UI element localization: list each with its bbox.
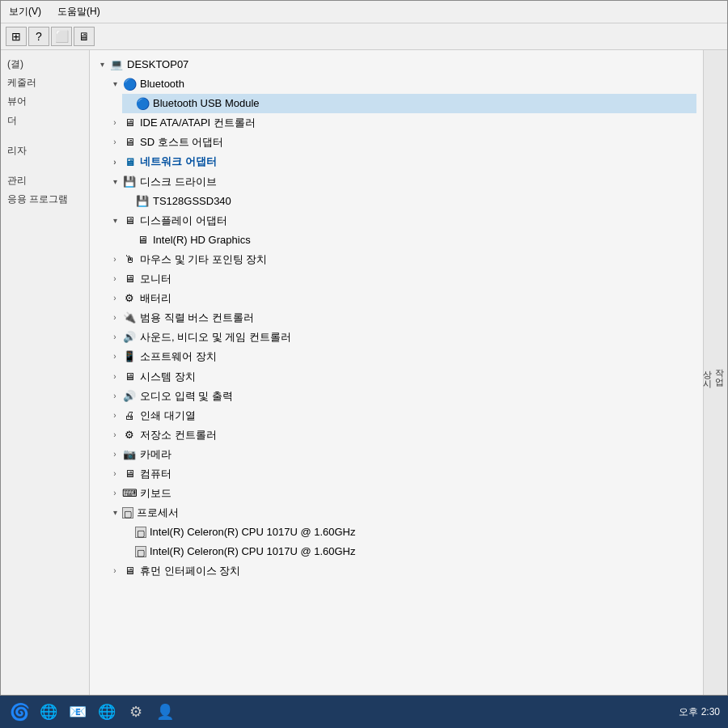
tree-item-software[interactable]: › 📱 소프트웨어 장치	[109, 347, 696, 366]
left-panel-item-4[interactable]: 더	[4, 112, 86, 130]
label-print: 인쇄 대기열	[140, 407, 196, 425]
label-hid: 휴먼 인터페이스 장치	[140, 562, 240, 580]
tree-item-bluetooth-group[interactable]: ▾ 🔵 Bluetooth	[109, 74, 696, 94]
toolbar-btn-3[interactable]: ⬜	[51, 27, 72, 46]
icon-ts128: 💾	[135, 194, 150, 209]
left-panel-item-3[interactable]: 뷰어	[4, 92, 86, 111]
tree-item-battery[interactable]: › ⚙ 배터리	[109, 289, 696, 308]
expand-icon-software[interactable]: ›	[109, 351, 121, 362]
icon-audio: 🔊	[122, 389, 137, 404]
expand-icon-computer2[interactable]: ›	[109, 468, 121, 480]
left-panel-item-1[interactable]: (결)	[4, 55, 86, 74]
tree-item-network[interactable]: › 🖥 네트워크 어댑터	[109, 152, 696, 171]
label-audio: 오디오 입력 및 출력	[140, 387, 233, 405]
expand-icon-print[interactable]: ›	[109, 410, 121, 421]
tree-item-computer2[interactable]: › 🖥 컴퓨터	[109, 464, 696, 484]
icon-keyboard: ⌨	[122, 486, 137, 501]
expand-icon-storage[interactable]: ›	[109, 430, 121, 441]
tree-item-disk-group[interactable]: ▾ 💾 디스크 드라이브	[109, 172, 696, 192]
tree-item-system[interactable]: › 🖥 시스템 장치	[109, 367, 696, 387]
label-bluetooth-group: Bluetooth	[140, 75, 184, 93]
expand-icon-system[interactable]: ›	[109, 371, 121, 383]
toolbar-btn-2[interactable]: ?	[28, 27, 49, 46]
expand-icon-audio[interactable]: ›	[109, 391, 121, 402]
expand-icon-disk-group[interactable]: ▾	[109, 176, 121, 188]
taskbar-icon-start[interactable]: 🌀	[8, 700, 31, 723]
main-area: (결) 케줄러 뷰어 더 리자 관리 응용 프로그램 ▾ 💻 DESKTOP07…	[1, 50, 727, 695]
left-panel-item-6[interactable]: 관리	[4, 171, 86, 190]
icon-bluetooth-group: 🔵	[122, 77, 137, 91]
expand-icon-battery[interactable]: ›	[109, 293, 121, 304]
tree-item-print[interactable]: › 🖨 인쇄 대기열	[109, 406, 696, 425]
tree-item-intel-hd[interactable]: 🖥 Intel(R) HD Graphics	[122, 231, 696, 250]
icon-monitor: 🖥	[122, 272, 137, 286]
tree-item-mouse[interactable]: › 🖱 마우스 및 기타 포인팅 장치	[109, 250, 696, 269]
expand-icon-ts128	[122, 196, 133, 207]
left-panel-item-5[interactable]: 리자	[4, 142, 86, 160]
expand-icon-camera[interactable]: ›	[109, 449, 121, 460]
toolbar-btn-1[interactable]: ⊞	[6, 27, 27, 46]
expand-icon-mouse[interactable]: ›	[109, 254, 121, 265]
label-cpu2: Intel(R) Celeron(R) CPU 1017U @ 1.60GHz	[150, 543, 356, 561]
label-desktop: DESKTOP07	[127, 56, 188, 74]
expand-icon-network[interactable]: ›	[109, 157, 121, 168]
expand-icon-desktop[interactable]: ▾	[96, 59, 108, 70]
expand-icon-cpu1	[122, 527, 133, 538]
expand-icon-ide[interactable]: ›	[109, 117, 121, 129]
taskbar-icon-settings[interactable]: ⚙	[125, 700, 147, 723]
label-intel-hd: Intel(R) HD Graphics	[153, 231, 251, 249]
icon-network: 🖥	[122, 155, 137, 170]
tree-item-keyboard[interactable]: › ⌨ 키보드	[109, 484, 696, 503]
right-panel: 작업 상시	[703, 50, 727, 695]
tree-item-cpu2[interactable]: ▢ Intel(R) Celeron(R) CPU 1017U @ 1.60GH…	[122, 542, 696, 561]
icon-computer2: 🖥	[122, 467, 137, 481]
expand-icon-display-group[interactable]: ▾	[109, 215, 121, 226]
device-manager-window: 보기(V) 도움말(H) ⊞ ? ⬜ 🖥 (결) 케줄러 뷰어 더 리자 관리 …	[0, 0, 728, 696]
tree-item-ts128[interactable]: 💾 TS128GSSD340	[122, 192, 696, 211]
expand-icon-monitor[interactable]: ›	[109, 273, 121, 285]
taskbar-icon-browser2[interactable]: 🌐	[95, 700, 118, 723]
taskbar-icon-browser1[interactable]: 🌐	[37, 700, 60, 723]
tree-item-audio[interactable]: › 🔊 오디오 입력 및 출력	[109, 387, 696, 406]
toolbar-btn-4[interactable]: 🖥	[74, 27, 95, 46]
left-panel-item-2[interactable]: 케줄러	[4, 74, 86, 92]
menu-bar: 보기(V) 도움말(H)	[1, 1, 727, 23]
icon-disk-group: 💾	[122, 175, 137, 189]
icon-display-group: 🖥	[122, 214, 137, 228]
label-sound: 사운드, 비디오 및 게임 컨트롤러	[140, 328, 291, 346]
tree-item-sd[interactable]: › 🖥 SD 호스트 어댑터	[109, 133, 696, 152]
tree-item-camera[interactable]: › 📷 카메라	[109, 445, 696, 464]
tree-item-sound[interactable]: › 🔊 사운드, 비디오 및 게임 컨트롤러	[109, 328, 696, 347]
expand-icon-sound[interactable]: ›	[109, 332, 121, 343]
tree-item-desktop[interactable]: ▾ 💻 DESKTOP07	[96, 55, 696, 74]
icon-print: 🖨	[122, 408, 137, 423]
tree-item-ide[interactable]: › 🖥 IDE ATA/ATAPI 컨트롤러	[109, 113, 696, 133]
expand-icon-bluetooth[interactable]: ▾	[109, 78, 121, 90]
expand-icon-hid[interactable]: ›	[109, 565, 121, 577]
tree-item-hid[interactable]: › 🖥 휴먼 인터페이스 장치	[109, 561, 696, 581]
expand-icon-sd[interactable]: ›	[109, 137, 121, 148]
taskbar-icon-mail[interactable]: 📧	[66, 700, 89, 723]
label-computer2: 컴퓨터	[140, 465, 171, 483]
expand-icon-keyboard[interactable]: ›	[109, 488, 121, 499]
tree-item-storage[interactable]: › ⚙ 저장소 컨트롤러	[109, 425, 696, 445]
icon-camera: 📷	[122, 447, 137, 462]
label-disk-group: 디스크 드라이브	[140, 173, 217, 191]
tree-item-processor-group[interactable]: ▾ ▢ 프로세서	[109, 503, 696, 523]
tree-item-bluetooth-usb[interactable]: 🔵 Bluetooth USB Module	[122, 94, 696, 113]
label-battery: 배터리	[140, 290, 171, 307]
expand-icon-processor-group[interactable]: ▾	[109, 507, 121, 518]
tree-panel[interactable]: ▾ 💻 DESKTOP07 ▾ 🔵 Bluetooth 🔵 Bluetooth …	[90, 50, 703, 695]
menu-view[interactable]: 보기(V)	[6, 3, 44, 20]
menu-help[interactable]: 도움말(H)	[54, 3, 104, 20]
tree-item-cpu1[interactable]: ▢ Intel(R) Celeron(R) CPU 1017U @ 1.60GH…	[122, 523, 696, 542]
tree-item-bus[interactable]: › 🔌 범용 직렬 버스 컨트롤러	[109, 308, 696, 328]
taskbar-time: 오후 2:30	[679, 705, 720, 719]
taskbar-icon-user[interactable]: 👤	[154, 700, 176, 723]
right-panel-label-1: 작업	[713, 362, 726, 380]
tree-item-display-group[interactable]: ▾ 🖥 디스플레이 어댑터	[109, 211, 696, 231]
label-mouse: 마우스 및 기타 포인팅 장치	[140, 251, 267, 269]
left-panel-item-7[interactable]: 응용 프로그램	[4, 190, 86, 209]
expand-icon-bus[interactable]: ›	[109, 312, 121, 324]
tree-item-monitor[interactable]: › 🖥 모니터	[109, 269, 696, 289]
